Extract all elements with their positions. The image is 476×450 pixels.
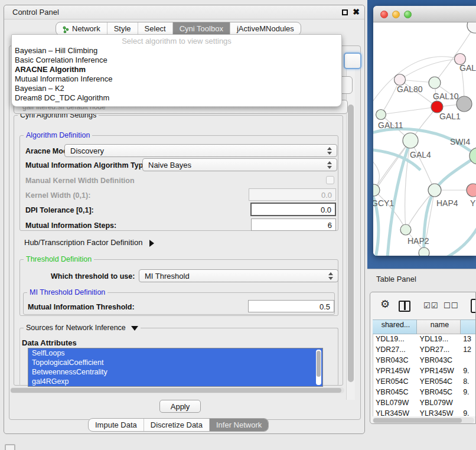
expanded-arrow-icon	[131, 326, 138, 331]
node-label: GAL10	[433, 92, 459, 101]
node-label: GCY1	[373, 198, 394, 208]
algorithm-option[interactable]: Mutual Information Inference	[12, 74, 341, 84]
node-hap4	[428, 184, 441, 197]
table-row[interactable]: YPR145W YPR145W 9.	[373, 366, 476, 377]
tab-cyni-toolbox[interactable]: Cyni Toolbox	[173, 22, 230, 35]
list-item[interactable]: TopologicalCoefficient	[28, 358, 322, 367]
group-title: MI Threshold Definition	[27, 288, 107, 296]
list-item[interactable]: BetweennessCentrality	[28, 367, 322, 377]
control-panel-titlebar: Control Panel ✖	[4, 5, 364, 19]
control-panel-window: Control Panel ✖ Network Style Select	[4, 5, 365, 434]
dpi-tolerance-label: DPI Tolerance [0,1]:	[25, 206, 94, 214]
mi-threshold-field[interactable]: 0.5	[248, 300, 334, 312]
table-row[interactable]: YBR045C YBR045C 9.	[373, 387, 476, 398]
tab-select[interactable]: Select	[138, 22, 173, 35]
mi-algorithm-type-combo[interactable]: Naive Bayes	[142, 158, 337, 171]
collapsed-arrow-icon	[149, 240, 154, 247]
node-label: GAL4	[410, 150, 431, 159]
algorithm-option[interactable]: Bayesian – Hill Climbing	[12, 46, 341, 56]
desktop-background: GAL GAL80 GAL10 GAL1 GAL11 GAL4 SWI4 GCY…	[367, 0, 476, 269]
table-row[interactable]: YBL079W YBL079W	[373, 398, 476, 409]
table-row[interactable]: YLR345W YLR345W 9.	[373, 409, 476, 416]
table-panel-title: Table Panel	[376, 275, 416, 283]
scrollbar-thumb[interactable]	[348, 105, 354, 382]
tab-network[interactable]: Network	[56, 22, 107, 35]
close-traffic-light-icon[interactable]	[380, 11, 388, 18]
table-body: YDL19... YDL19... 13 YDR27... YDR27... 1…	[373, 334, 476, 416]
settings-vertical-scrollbar[interactable]	[346, 62, 355, 400]
tab-style[interactable]: Style	[107, 22, 138, 35]
sources-toggle[interactable]: Sources for Network Inference	[24, 324, 141, 332]
zoom-traffic-light-icon[interactable]	[404, 11, 412, 18]
mi-steps-field[interactable]: 6	[251, 219, 336, 231]
tab-impute-data[interactable]: Impute Data	[89, 419, 144, 431]
dropdown-placeholder: Select algorithm to view settings	[12, 35, 341, 46]
table-row[interactable]: YDR27... YDR27... 12	[373, 345, 476, 356]
algorithm-option[interactable]: Dream8 DC_TDC Algorithm	[12, 93, 341, 103]
algorithm-option[interactable]: Bayesian – K2	[12, 84, 341, 93]
list-item[interactable]: gal4RGexp	[28, 377, 322, 386]
node-table: shared... name YDL19... YDL19... 13 YDR2…	[373, 319, 476, 416]
manual-kernel-label: Manual Kernel Width Definition	[25, 177, 135, 185]
node-gray	[457, 96, 472, 112]
minimized-panel-icon[interactable]	[5, 444, 15, 450]
which-threshold-label: Which threshold to use:	[51, 272, 135, 281]
algorithm-option[interactable]: Basic Correlation Inference	[12, 56, 341, 65]
node-label: GAL	[459, 63, 476, 73]
tab-jactivemnodules[interactable]: jActiveMNodules	[230, 22, 301, 35]
node-unlabeled	[467, 22, 476, 33]
table-row[interactable]: YER054C YER054C 8.	[373, 377, 476, 387]
table-row[interactable]: YDL19... YDL19... 13	[373, 334, 476, 345]
network-window-titlebar[interactable]	[373, 6, 476, 22]
network-canvas[interactable]: GAL GAL80 GAL10 GAL1 GAL11 GAL4 SWI4 GCY…	[373, 22, 476, 256]
node-gal10	[429, 77, 441, 89]
column-header-name[interactable]: name	[417, 319, 461, 334]
scrollbar-thumb[interactable]	[373, 418, 462, 423]
tab-discretize-data[interactable]: Discretize Data	[144, 419, 210, 431]
which-threshold-combo[interactable]: MI Threshold	[139, 269, 338, 282]
node-gcy1	[373, 184, 380, 196]
data-attributes-list[interactable]: SelfLoops TopologicalCoefficient Between…	[28, 348, 323, 387]
close-icon[interactable]: ✖	[353, 7, 360, 17]
algorithm-option-selected[interactable]: ARACNE Algorithm	[12, 65, 341, 74]
minimize-traffic-light-icon[interactable]	[392, 11, 400, 18]
table-header-row: shared... name	[373, 319, 476, 334]
node-gal1	[431, 101, 443, 113]
float-window-icon[interactable]	[342, 9, 348, 15]
node-gal80	[395, 74, 406, 86]
data-attributes-label: Data Attributes	[22, 338, 77, 347]
deselect-all-checkboxes-icon[interactable]: ☐☐	[444, 301, 458, 310]
scrollbar-thumb[interactable]	[11, 388, 341, 393]
network-graph: GAL GAL80 GAL10 GAL1 GAL11 GAL4 SWI4 GCY…	[373, 22, 476, 256]
dpi-tolerance-field[interactable]: 0.0	[250, 203, 336, 216]
column-header-cut[interactable]	[461, 319, 476, 334]
stepper-icon	[327, 147, 332, 155]
table-row[interactable]: YBR043C YBR043C	[373, 356, 476, 366]
node-pink	[467, 184, 476, 197]
column-header-shared[interactable]: shared...	[373, 319, 417, 334]
aracne-mode-combo[interactable]: Discovery	[64, 144, 337, 157]
node-hap2	[400, 224, 411, 235]
list-item[interactable]: SelfLoops	[28, 348, 322, 358]
hub-definition-toggle[interactable]: Hub/Transcription Factor Definition	[24, 238, 154, 247]
manual-kernel-checkbox[interactable]	[326, 176, 334, 184]
scrollbar-thumb[interactable]	[317, 351, 321, 377]
kernel-width-field[interactable]: 0.0	[249, 188, 336, 201]
apply-button[interactable]: Apply	[159, 400, 201, 413]
node-gal11	[376, 110, 386, 120]
gear-icon[interactable]: ⚙	[380, 298, 390, 311]
document-icon[interactable]	[471, 299, 476, 313]
mi-threshold-label: Mutual Information Threshold:	[28, 303, 135, 311]
network-view-window[interactable]: GAL GAL80 GAL10 GAL1 GAL11 GAL4 SWI4 GCY…	[373, 6, 476, 256]
tab-infer-network[interactable]: Infer Network	[210, 419, 268, 431]
table-horizontal-scrollbar[interactable]	[373, 418, 474, 423]
select-all-checkboxes-icon[interactable]: ☑☑	[423, 301, 438, 310]
node-label: Y	[470, 198, 476, 208]
columns-icon[interactable]	[399, 301, 410, 312]
node-label: GAL1	[439, 112, 461, 121]
panel-title: Control Panel	[12, 8, 59, 17]
node-label: HAP2	[407, 236, 429, 246]
settings-horizontal-scrollbar[interactable]	[10, 387, 344, 393]
list-scrollbar[interactable]	[316, 350, 321, 385]
group-title: Threshold Definition	[24, 255, 94, 263]
